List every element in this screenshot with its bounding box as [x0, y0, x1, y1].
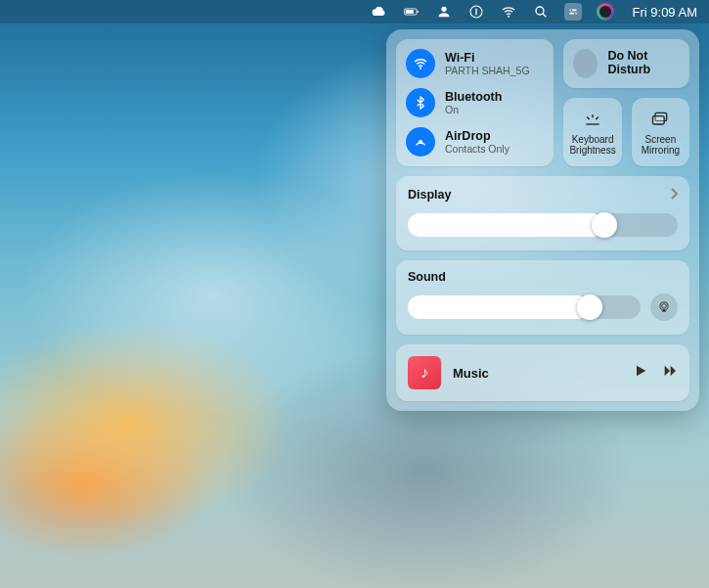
svg-rect-2: [417, 11, 418, 13]
menu-bar: Fri 9:09 AM: [0, 0, 709, 23]
chevron-right-icon[interactable]: [670, 186, 678, 204]
siri-icon[interactable]: [597, 3, 614, 21]
password-manager-icon[interactable]: [467, 3, 485, 21]
battery-icon[interactable]: [403, 3, 421, 21]
now-playing-title: Music: [453, 366, 621, 381]
cloud-icon[interactable]: [371, 3, 388, 21]
display-brightness-slider[interactable]: [408, 213, 678, 237]
svg-point-9: [570, 9, 572, 11]
screen-mirroring-icon: [650, 110, 670, 129]
svg-point-11: [573, 13, 575, 15]
do-not-disturb-toggle[interactable]: Do Not Disturb: [563, 39, 689, 88]
svg-point-12: [420, 68, 421, 69]
svg-rect-1: [405, 10, 413, 14]
airdrop-status: Contacts Only: [445, 143, 510, 155]
wifi-icon[interactable]: [500, 3, 517, 21]
play-button[interactable]: [633, 363, 648, 383]
sound-title: Sound: [408, 270, 446, 284]
svg-line-17: [596, 116, 598, 119]
svg-rect-4: [475, 9, 476, 16]
sound-tile: Sound: [396, 260, 689, 335]
svg-line-7: [543, 14, 546, 17]
control-center-icon[interactable]: [564, 3, 582, 21]
keyboard-brightness-label: Keyboard Brightness: [567, 134, 617, 156]
keyboard-brightness-icon: [583, 110, 602, 129]
airplay-audio-button[interactable]: [650, 294, 678, 321]
bluetooth-title: Bluetooth: [445, 90, 502, 104]
dnd-label: Do Not Disturb: [607, 50, 680, 77]
bluetooth-toggle[interactable]: Bluetooth On: [406, 88, 544, 117]
svg-line-16: [587, 116, 590, 119]
screen-mirroring-label: Screen Mirroring: [636, 134, 686, 156]
wifi-toggle[interactable]: Wi-Fi PARTH SHAH_5G: [406, 49, 544, 78]
bluetooth-icon: [406, 88, 435, 117]
airdrop-toggle[interactable]: AirDrop Contacts Only: [406, 127, 544, 157]
spotlight-icon[interactable]: [532, 3, 550, 21]
wifi-title: Wi-Fi: [445, 51, 530, 65]
wifi-network-name: PARTH SHAH_5G: [445, 65, 530, 76]
wifi-icon: [406, 49, 435, 78]
now-playing-tile[interactable]: ♪ Music: [396, 344, 689, 401]
svg-rect-19: [653, 115, 665, 123]
svg-point-29: [660, 302, 668, 310]
display-title: Display: [408, 188, 451, 202]
airdrop-title: AirDrop: [445, 129, 510, 143]
display-tile: Display: [396, 176, 689, 250]
airdrop-icon: [406, 127, 435, 157]
sound-volume-slider[interactable]: [408, 295, 641, 319]
keyboard-brightness-button[interactable]: Keyboard Brightness: [563, 98, 621, 166]
music-app-icon: ♪: [408, 356, 441, 389]
control-center-panel: Wi-Fi PARTH SHAH_5G Bluetooth On AirDr: [386, 29, 699, 411]
svg-rect-8: [569, 10, 577, 12]
connectivity-tile: Wi-Fi PARTH SHAH_5G Bluetooth On AirDr: [396, 39, 554, 166]
airplay-icon: [657, 300, 671, 314]
svg-point-30: [662, 304, 667, 309]
moon-icon: [573, 49, 598, 78]
svg-point-5: [508, 16, 510, 18]
next-track-button[interactable]: [662, 363, 678, 383]
menu-bar-clock[interactable]: Fri 9:09 AM: [633, 5, 697, 20]
user-icon[interactable]: [435, 3, 453, 21]
svg-point-6: [536, 7, 544, 15]
screen-mirroring-button[interactable]: Screen Mirroring: [632, 98, 689, 166]
bluetooth-status: On: [445, 104, 502, 115]
